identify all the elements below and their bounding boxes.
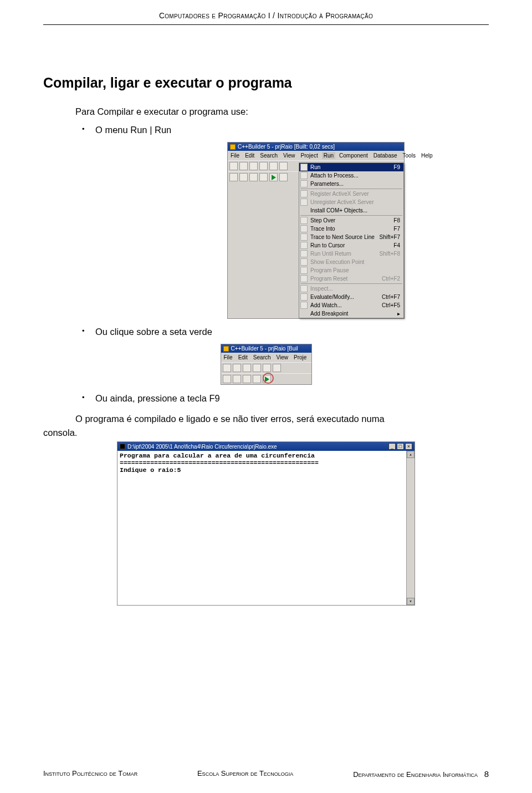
menu-item-shortcut: Shift+F8: [379, 251, 400, 257]
menu-tools[interactable]: Tools: [401, 152, 417, 159]
menu-item-shortcut: F9: [393, 164, 400, 170]
menu-search[interactable]: Search: [258, 152, 279, 159]
menu-item-icon: [300, 199, 308, 206]
menu-item-label: Add Watch...: [310, 302, 342, 308]
console-line: ========================================…: [120, 459, 412, 466]
toolbar-button[interactable]: [223, 364, 231, 372]
toolbar-screenshot: C++Builder 5 - prjRaio [Buil File Edit S…: [221, 344, 312, 385]
console-body: Programa para calcular a area de uma cir…: [117, 451, 415, 605]
menu-item[interactable]: Run to CursorF4: [299, 241, 403, 250]
window-title: C++Builder 5 - prjRaio [Built: 0,02 secs…: [238, 144, 335, 150]
menu-item[interactable]: Trace to Next Source LineShift+F7: [299, 233, 403, 241]
menu-separator: [300, 283, 402, 284]
menu-item-label: Run Until Return: [310, 251, 351, 257]
conclusion-paragraph: O programa é compilado e ligado e se não…: [43, 414, 489, 424]
toolbar-button[interactable]: [229, 173, 238, 181]
page-header: Computadores e Programação I / Introduçã…: [43, 11, 489, 23]
menu-item-label: Parameters...: [310, 181, 344, 187]
toolbar-button[interactable]: [243, 364, 251, 372]
menu-item[interactable]: Evaluate/Modify...Ctrl+F7: [299, 293, 403, 301]
menu-item-label: Register ActiveX Server: [310, 191, 369, 197]
close-button[interactable]: ×: [405, 443, 412, 450]
maximize-button[interactable]: □: [397, 443, 404, 450]
conclusion-paragraph-2: consola.: [43, 428, 489, 438]
toolbar-button[interactable]: [253, 375, 261, 383]
app-icon: [230, 144, 236, 150]
menu-item-label: Trace Into: [310, 226, 335, 232]
minimize-button[interactable]: _: [388, 443, 396, 450]
scrollbar[interactable]: [406, 451, 415, 605]
menu-item-shortcut: Ctrl+F2: [382, 276, 400, 282]
menu-item-icon: [300, 285, 308, 292]
menu-item: Inspect...: [299, 284, 403, 293]
toolbar-button[interactable]: [269, 173, 278, 181]
menu-item: Show Execution Point: [299, 258, 403, 266]
menu-file[interactable]: File: [222, 354, 234, 361]
toolbar-button[interactable]: [269, 162, 278, 170]
toolbar-button[interactable]: [279, 173, 288, 181]
menu-item-label: Trace to Next Source Line: [310, 234, 375, 240]
menu-item-shortcut: F7: [393, 226, 400, 232]
toolbar-button[interactable]: [233, 375, 241, 383]
menu-item[interactable]: Step OverF8: [299, 216, 403, 225]
toolbar-button[interactable]: [239, 162, 248, 170]
menu-search[interactable]: Search: [252, 354, 273, 361]
run-button[interactable]: [263, 375, 271, 383]
menu-help[interactable]: Help: [420, 152, 434, 159]
menu-item-icon: [300, 164, 308, 171]
menu-item[interactable]: Install COM+ Objects...: [299, 206, 403, 215]
menu-item-shortcut: Ctrl+F7: [382, 294, 400, 300]
menubar: File Edit Search View Project Run Compon…: [228, 151, 404, 160]
menu-project[interactable]: Project: [299, 152, 320, 159]
menu-item: Program ResetCtrl+F2: [299, 274, 403, 283]
page-number: 8: [484, 769, 489, 779]
toolbar-button[interactable]: [253, 364, 261, 372]
toolbar-button[interactable]: [259, 173, 268, 181]
menu-separator: [300, 189, 402, 189]
menu-item-shortcut: F4: [393, 242, 400, 248]
menu-item-icon: [300, 293, 308, 301]
menu-item-icon: [300, 180, 308, 187]
toolbar-button[interactable]: [263, 364, 271, 372]
menu-item-icon: [300, 275, 308, 282]
menu-run[interactable]: Run: [322, 152, 335, 159]
toolbar-button[interactable]: [233, 364, 241, 372]
menu-item[interactable]: Trace IntoF7: [299, 225, 403, 233]
run-menu-screenshot: C++Builder 5 - prjRaio [Built: 0,02 secs…: [227, 142, 405, 319]
menu-database[interactable]: Database: [372, 152, 399, 159]
menu-project[interactable]: Proje: [292, 354, 308, 361]
footer-right: Departamento de Engenharia Informática 8: [353, 769, 489, 779]
menu-item[interactable]: Attach to Process...: [299, 171, 403, 180]
menu-item-label: Add Breakpoint: [310, 311, 348, 317]
footer-center: Escola Superior de Tecnologia: [197, 769, 293, 779]
menu-item[interactable]: Add Breakpoint▸: [299, 309, 403, 318]
menu-item-label: Inspect...: [310, 286, 333, 292]
menu-component[interactable]: Component: [337, 152, 370, 159]
window-titlebar: C++Builder 5 - prjRaio [Buil: [221, 344, 311, 353]
menu-item-label: Evaluate/Modify...: [310, 294, 354, 300]
menu-edit[interactable]: Edit: [237, 354, 249, 361]
menu-item-label: Show Execution Point: [310, 259, 364, 265]
console-line: Programa para calcular a area de uma cir…: [120, 452, 412, 459]
menu-item-label: Run: [310, 164, 320, 170]
menu-item[interactable]: RunF9: [299, 163, 403, 171]
toolbar-button[interactable]: [229, 162, 238, 170]
menu-file[interactable]: File: [229, 152, 241, 159]
menu-item[interactable]: Add Watch...Ctrl+F5: [299, 301, 403, 309]
toolbar-button[interactable]: [279, 162, 288, 170]
menu-edit[interactable]: Edit: [243, 152, 256, 159]
toolbar-button[interactable]: [259, 162, 268, 170]
menu-item-icon: [300, 258, 308, 266]
menu-item: Program Pause: [299, 266, 403, 274]
toolbar-button[interactable]: [223, 375, 231, 383]
menu-item[interactable]: Parameters...: [299, 180, 403, 188]
toolbar-button[interactable]: [243, 375, 251, 383]
toolbar-button[interactable]: [249, 173, 258, 181]
toolbar-button[interactable]: [273, 364, 281, 372]
intro-paragraph: Para Compilar e executar o programa use:: [43, 106, 489, 117]
menu-view[interactable]: View: [275, 354, 290, 361]
toolbar-button[interactable]: [239, 173, 248, 181]
cmd-icon: [120, 444, 125, 449]
menu-view[interactable]: View: [282, 152, 297, 159]
toolbar-button[interactable]: [249, 162, 258, 170]
